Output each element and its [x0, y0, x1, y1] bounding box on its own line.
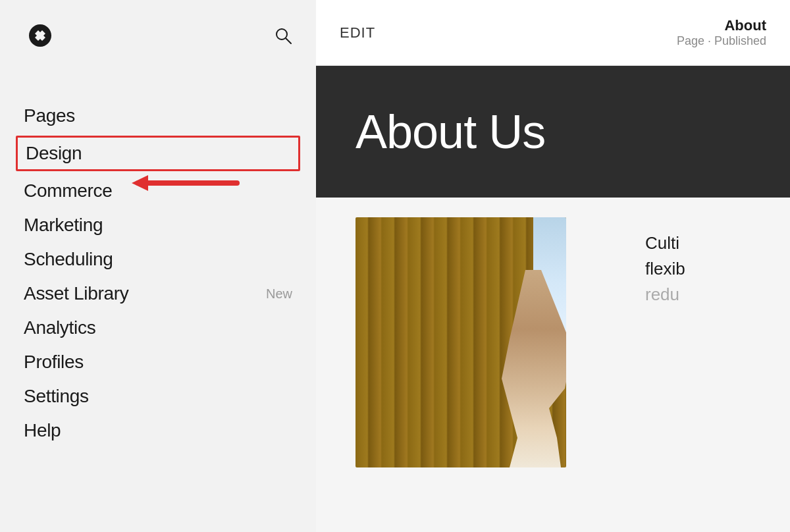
sidebar-item-settings[interactable]: Settings	[0, 379, 316, 413]
sidebar-item-design[interactable]: Design	[16, 136, 300, 171]
page-info: About Page · Published	[677, 17, 766, 48]
sidebar-item-commerce[interactable]: Commerce	[0, 174, 316, 208]
new-badge: New	[266, 286, 292, 302]
sidebar-item-help[interactable]: Help	[0, 413, 316, 448]
hero-title: About Us	[356, 105, 545, 159]
sidebar-item-marketing[interactable]: Marketing	[0, 208, 316, 242]
sidebar-header	[0, 0, 316, 66]
sidebar-item-pages[interactable]: Pages	[0, 99, 316, 133]
svg-line-1	[286, 39, 292, 44]
sidebar-item-scheduling[interactable]: Scheduling	[0, 242, 316, 277]
squarespace-logo[interactable]	[24, 19, 57, 52]
svg-point-0	[276, 29, 287, 40]
text-line-1: Culti	[645, 230, 777, 256]
page-status: Page · Published	[677, 34, 766, 48]
main-content: EDIT About Page · Published About Us Cul…	[316, 0, 790, 532]
content-area: Culti flexib redu	[316, 198, 790, 532]
sidebar-item-asset-library[interactable]: Asset Library New	[0, 277, 316, 311]
page-title: About	[677, 17, 766, 34]
top-bar: EDIT About Page · Published	[316, 0, 790, 66]
text-line-2: flexib	[645, 256, 777, 282]
content-text: Culti flexib redu	[645, 230, 777, 307]
hero-section: About Us	[316, 66, 790, 198]
sidebar-item-profiles[interactable]: Profiles	[0, 345, 316, 379]
content-image	[356, 217, 566, 467]
nav-list: Pages Design Commerce Marketing Scheduli…	[0, 66, 316, 532]
sidebar-item-analytics[interactable]: Analytics	[0, 311, 316, 345]
text-line-3: redu	[645, 282, 777, 307]
search-icon[interactable]	[274, 26, 292, 45]
edit-label: EDIT	[340, 24, 375, 41]
sidebar: Pages Design Commerce Marketing Scheduli…	[0, 0, 316, 532]
